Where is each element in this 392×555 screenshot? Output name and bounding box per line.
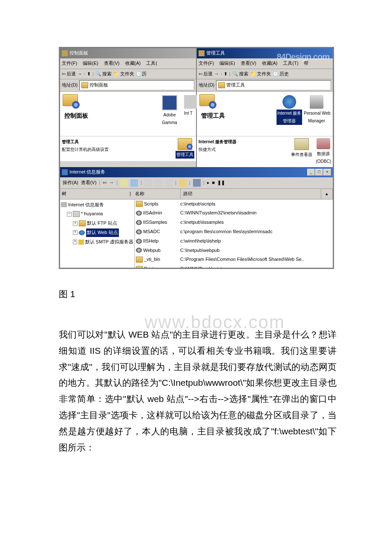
history-button[interactable]: 🕓历史	[273, 70, 289, 78]
smtp-icon	[78, 240, 84, 245]
addr-label: 地址(D)	[62, 81, 78, 90]
tree-pane[interactable]: Internet 信息服务 −* huyanxia +默认 FTP 站点 +默认…	[60, 199, 135, 268]
play-icon[interactable]: ▸	[207, 179, 210, 187]
tree-server[interactable]: −* huyanxia	[61, 209, 133, 219]
back-button[interactable]: ⇦ 后退	[62, 70, 76, 78]
tool-icon[interactable]	[165, 179, 173, 187]
stop-icon[interactable]: ■	[212, 179, 215, 187]
menu-file[interactable]: 文件(F)	[62, 61, 77, 66]
history-button[interactable]: 🕓历	[136, 70, 147, 78]
menu-fav[interactable]: 收藏(A)	[262, 61, 278, 66]
list-item[interactable]: WebpubC:\Inetpub\webpub	[135, 246, 333, 255]
event-viewer-item[interactable]: 事件查看器	[291, 138, 312, 165]
search-button[interactable]: 🔍搜索	[232, 70, 248, 78]
iis-title-text: Internet 信息服务	[69, 168, 105, 176]
pwm-item[interactable]: Personal Web Manager	[304, 95, 329, 125]
folders-button[interactable]: 📁文件夹	[250, 70, 271, 78]
tool-icon[interactable]	[144, 179, 152, 187]
col-name[interactable]: 名称	[133, 189, 181, 199]
list-item[interactable]: IISSamplesc:\inetpub\iissamples	[135, 218, 333, 227]
tree-smtp[interactable]: +默认 SMTP 虚拟服务器	[61, 237, 133, 247]
admin-tools-shortcut[interactable]: 管理工具	[176, 138, 194, 159]
figure-caption: 图 1	[59, 286, 337, 302]
iis-body: Internet 信息服务 −* huyanxia +默认 FTP 站点 +默认…	[60, 199, 333, 268]
admin-sub-desc: 快捷方式	[199, 147, 216, 152]
fwd-button[interactable]: →	[78, 70, 82, 78]
gear-icon	[209, 101, 216, 109]
cp-titlebar: 控制面板	[60, 48, 196, 58]
menu-edit[interactable]: 编辑(E)	[219, 61, 235, 66]
nav-back-icon[interactable]: ⇦	[103, 179, 107, 187]
book-icon	[294, 138, 309, 150]
app-icon	[136, 248, 142, 253]
up-button[interactable]: ⬆	[87, 70, 91, 78]
cp-sub-title: 管理工具	[62, 138, 109, 146]
list-item[interactable]: _vti_binC:\Program Files\Common Files\Mi…	[135, 255, 333, 264]
ftp-site-icon	[79, 220, 86, 226]
menu-view[interactable]: 查看(V)	[104, 61, 120, 66]
expand-icon[interactable]: +	[73, 240, 77, 244]
iis-icon	[62, 169, 68, 175]
menu-file[interactable]: 文件(F)	[199, 61, 214, 66]
adobe-gamma-item[interactable]: Adobe Gamma	[157, 95, 182, 127]
maximize-button[interactable]: □	[315, 169, 323, 176]
admin-address-field[interactable]: 管理工具	[216, 80, 331, 90]
admin-tools-icon	[178, 138, 192, 150]
odbc-item[interactable]: 数据源 (ODBC)	[316, 138, 331, 165]
body-paragraph: 我们可以对"默认 WEB 站点"的主目录进行更改。主目录是什么？想详细知道 II…	[59, 327, 337, 455]
scroll-up-icon[interactable]: ▴	[321, 189, 333, 199]
cp-address-field[interactable]: 控制面板	[79, 80, 194, 90]
list-item[interactable]: PrintersC:\WINNT\web\printers	[135, 264, 333, 267]
screenshot-composite: 控制面板 文件(F) 编辑(E) 查看(V) 收藏(A) 工具( ⇦ 后退 → …	[59, 47, 334, 269]
cp-title: 控制面板	[69, 49, 88, 58]
cp-toolbar: ⇦ 后退 → · ⬆ | 🔍搜索 📁文件夹 🕓历	[60, 69, 196, 80]
tool-icon[interactable]	[155, 179, 162, 187]
tool-icon[interactable]	[130, 179, 138, 187]
tree-ftp[interactable]: +默认 FTP 站点	[61, 219, 133, 228]
list-pane[interactable]: Scriptsc:\inetpub\scriptsIISAdminC:\WINN…	[135, 199, 333, 268]
list-item[interactable]: IISHelpc:\winnt\help\iishelp	[135, 237, 333, 246]
folder-icon	[81, 82, 88, 88]
tree-header[interactable]: 树 |	[60, 189, 133, 199]
admin-addressbar: 地址(D) 管理工具	[197, 79, 333, 92]
collapse-icon[interactable]: −	[67, 212, 72, 217]
list-item[interactable]: MSADCc:\program files\common files\syste…	[135, 227, 333, 237]
tree-web[interactable]: +默认 Web 站点	[61, 228, 133, 237]
pause-icon[interactable]: ❚❚	[217, 179, 225, 187]
up-button[interactable]: ⬆	[224, 70, 228, 78]
fwd-button[interactable]: →	[214, 70, 219, 78]
folders-button[interactable]: 📁文件夹	[113, 70, 134, 78]
menu-fav[interactable]: 收藏(A)	[125, 61, 141, 66]
cp-menubar[interactable]: 文件(F) 编辑(E) 查看(V) 收藏(A) 工具(	[60, 58, 196, 69]
admin-content: Internet 服务 管理器 Personal Web Manager 管理工…	[197, 92, 333, 136]
menu-action[interactable]: 操作(A)	[63, 179, 78, 187]
admin-title: 管理工具	[206, 49, 225, 58]
help-icon[interactable]	[179, 179, 187, 187]
window-icon	[199, 50, 205, 56]
minimize-button[interactable]: _	[307, 169, 315, 176]
computer-icon[interactable]	[193, 179, 201, 187]
menu-view[interactable]: 查看(V)	[81, 179, 97, 187]
globe-icon	[282, 95, 296, 109]
list-item[interactable]: Scriptsc:\inetpub\scripts	[135, 199, 333, 209]
expand-icon[interactable]: +	[73, 221, 78, 226]
search-button[interactable]: 🔍搜索	[95, 70, 112, 78]
close-button[interactable]: ×	[323, 169, 331, 176]
expand-icon[interactable]: +	[73, 230, 78, 235]
int-item[interactable]: Int T	[184, 95, 193, 127]
folder-icon	[136, 257, 143, 263]
list-item[interactable]: IISAdminC:\WINNT\system32\inetsrv\iisadm…	[135, 208, 333, 218]
menu-tools[interactable]: 工具(	[146, 61, 157, 66]
computer-icon	[73, 211, 80, 217]
tool-icon[interactable]	[120, 179, 128, 187]
iis-titlebar: Internet 信息服务 _ □ ×	[60, 167, 333, 177]
menu-edit[interactable]: 编辑(E)	[83, 61, 98, 66]
nav-fwd-icon[interactable]: →	[109, 179, 114, 187]
ism-item[interactable]: Internet 服务 管理器	[277, 95, 302, 125]
tree-root[interactable]: Internet 信息服务	[61, 200, 133, 210]
app-icon	[136, 220, 142, 225]
back-button[interactable]: ⇦ 后退	[199, 70, 213, 78]
menu-view[interactable]: 查看(V)	[241, 61, 257, 66]
col-path[interactable]: 路径	[181, 189, 321, 199]
generic-icon	[184, 95, 198, 109]
